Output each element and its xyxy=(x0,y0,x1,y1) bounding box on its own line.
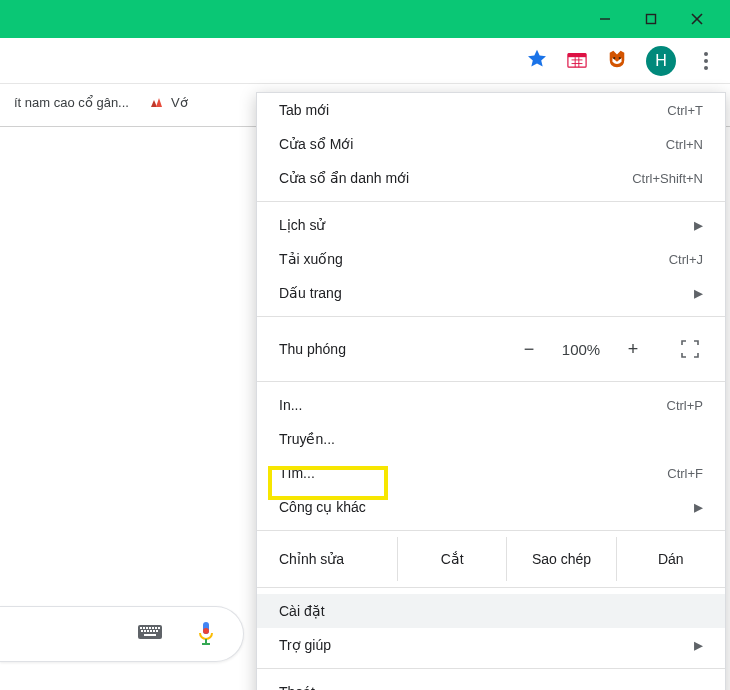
menu-separator xyxy=(257,381,725,382)
menu-label: Thu phóng xyxy=(279,341,509,357)
bookmark-item[interactable]: Vớ xyxy=(143,90,194,114)
svg-rect-5 xyxy=(568,53,586,57)
menu-shortcut: Ctrl+N xyxy=(666,137,703,152)
svg-rect-28 xyxy=(203,628,209,634)
menu-item-more-tools[interactable]: Công cụ khác ▸ xyxy=(257,490,725,524)
svg-rect-25 xyxy=(156,630,158,632)
menu-label: Thoát xyxy=(279,684,703,690)
svg-rect-1 xyxy=(647,15,656,24)
menu-label: Trợ giúp xyxy=(279,637,688,653)
chrome-menu-button[interactable] xyxy=(694,49,718,73)
svg-rect-20 xyxy=(141,630,143,632)
menu-item-downloads[interactable]: Tải xuống Ctrl+J xyxy=(257,242,725,276)
menu-item-find[interactable]: Tìm... Ctrl+F xyxy=(257,456,725,490)
menu-item-new-window[interactable]: Cửa sổ Mới Ctrl+N xyxy=(257,127,725,161)
menu-item-exit[interactable]: Thoát xyxy=(257,675,725,690)
edit-cut-button[interactable]: Cắt xyxy=(397,537,506,581)
menu-label: In... xyxy=(279,397,667,413)
menu-item-bookmarks[interactable]: Dấu trang ▸ xyxy=(257,276,725,310)
bookmark-label: Vớ xyxy=(171,95,188,110)
svg-rect-19 xyxy=(158,627,160,629)
menu-shortcut: Ctrl+J xyxy=(669,252,703,267)
maximize-button[interactable] xyxy=(628,0,674,38)
chrome-main-menu: Tab mới Ctrl+T Cửa sổ Mới Ctrl+N Cửa sổ … xyxy=(256,92,726,690)
zoom-in-button[interactable]: + xyxy=(613,339,653,360)
menu-item-zoom: Thu phóng − 100% + xyxy=(257,323,725,375)
menu-label: Lịch sử xyxy=(279,217,688,233)
menu-item-settings[interactable]: Cài đặt xyxy=(257,594,725,628)
svg-point-11 xyxy=(619,57,621,59)
keyboard-icon[interactable] xyxy=(137,622,163,646)
menu-separator xyxy=(257,316,725,317)
close-button[interactable] xyxy=(674,0,720,38)
profile-avatar[interactable]: H xyxy=(646,46,676,76)
fullscreen-icon xyxy=(681,340,699,358)
svg-rect-14 xyxy=(143,627,145,629)
menu-separator xyxy=(257,530,725,531)
google-search-box[interactable] xyxy=(0,606,244,662)
chevron-right-icon: ▸ xyxy=(688,214,703,236)
svg-rect-21 xyxy=(144,630,146,632)
menu-item-new-tab[interactable]: Tab mới Ctrl+T xyxy=(257,93,725,127)
svg-rect-24 xyxy=(153,630,155,632)
chevron-right-icon: ▸ xyxy=(688,282,703,304)
menu-item-history[interactable]: Lịch sử ▸ xyxy=(257,208,725,242)
menu-label: Công cụ khác xyxy=(279,499,688,515)
edit-copy-button[interactable]: Sao chép xyxy=(506,537,615,581)
svg-rect-15 xyxy=(146,627,148,629)
chevron-right-icon: ▸ xyxy=(688,634,703,656)
svg-rect-26 xyxy=(144,634,156,636)
minimize-button[interactable] xyxy=(582,0,628,38)
menu-label: Dấu trang xyxy=(279,285,688,301)
menu-item-incognito[interactable]: Cửa sổ ẩn danh mới Ctrl+Shift+N xyxy=(257,161,725,195)
menu-shortcut: Ctrl+Shift+N xyxy=(632,171,703,186)
svg-rect-23 xyxy=(150,630,152,632)
menu-separator xyxy=(257,587,725,588)
chevron-right-icon: ▸ xyxy=(688,496,703,518)
window-titlebar xyxy=(0,0,730,38)
menu-separator xyxy=(257,201,725,202)
browser-toolbar: H xyxy=(0,38,730,84)
microphone-icon[interactable] xyxy=(197,621,215,647)
svg-point-10 xyxy=(613,57,615,59)
fullscreen-button[interactable] xyxy=(665,340,713,358)
menu-item-print[interactable]: In... Ctrl+P xyxy=(257,388,725,422)
svg-rect-17 xyxy=(152,627,154,629)
menu-item-help[interactable]: Trợ giúp ▸ xyxy=(257,628,725,662)
avatar-letter: H xyxy=(655,52,667,70)
menu-separator xyxy=(257,668,725,669)
menu-label: Chỉnh sửa xyxy=(257,537,397,581)
menu-item-cast[interactable]: Truyền... xyxy=(257,422,725,456)
menu-label: Cửa sổ ẩn danh mới xyxy=(279,170,632,186)
menu-label: Cài đặt xyxy=(279,603,703,619)
svg-rect-18 xyxy=(155,627,157,629)
svg-rect-22 xyxy=(147,630,149,632)
svg-rect-13 xyxy=(140,627,142,629)
menu-edit-row: Chỉnh sửa Cắt Sao chép Dán xyxy=(257,537,725,581)
menu-shortcut: Ctrl+F xyxy=(667,466,703,481)
menu-label: Tab mới xyxy=(279,102,667,118)
edit-paste-button[interactable]: Dán xyxy=(616,537,725,581)
bookmark-star-icon[interactable] xyxy=(526,48,548,74)
menu-label: Tìm... xyxy=(279,465,667,481)
zoom-percent: 100% xyxy=(549,341,613,358)
menu-label: Tải xuống xyxy=(279,251,669,267)
bookmark-item[interactable]: ít nam cao cổ gân... xyxy=(8,91,135,114)
bookmark-favicon-icon xyxy=(149,94,165,110)
red-panda-extension-icon[interactable] xyxy=(606,49,628,73)
calendar-extension-icon[interactable] xyxy=(566,49,588,73)
menu-shortcut: Ctrl+P xyxy=(667,398,703,413)
menu-label: Truyền... xyxy=(279,431,703,447)
menu-label: Cửa sổ Mới xyxy=(279,136,666,152)
bookmark-label: ít nam cao cổ gân... xyxy=(14,95,129,110)
zoom-out-button[interactable]: − xyxy=(509,339,549,360)
menu-shortcut: Ctrl+T xyxy=(667,103,703,118)
svg-rect-16 xyxy=(149,627,151,629)
